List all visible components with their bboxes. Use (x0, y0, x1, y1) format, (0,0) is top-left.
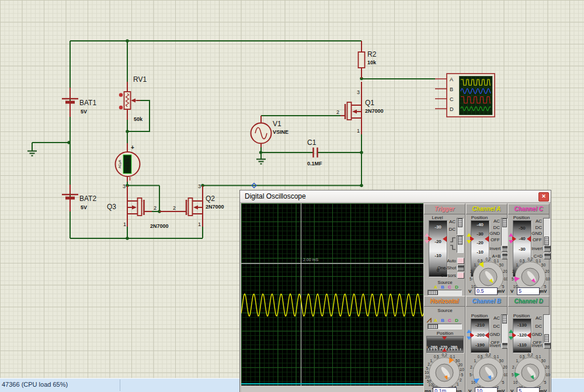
horizontal-source-A[interactable]: A (433, 318, 439, 323)
svg-text:0.5: 0.5 (478, 259, 483, 263)
channel-b-coupling-gnd: GND (484, 332, 500, 337)
svg-text:5: 5 (512, 373, 514, 377)
window-title-bar[interactable]: Digital Oscilloscope (240, 190, 551, 203)
svg-text:50: 50 (456, 359, 460, 363)
horizontal-value-box[interactable]: 0.1m (433, 387, 457, 392)
trigger-source-A[interactable]: A (433, 285, 439, 290)
svg-text:10: 10 (460, 367, 465, 372)
battery-bat1[interactable]: BAT1 5V (62, 88, 96, 117)
channel-d-coupling-slider-thumb[interactable] (544, 334, 549, 343)
drum-pointer-right (443, 236, 447, 242)
close-button[interactable]: ✕ (538, 192, 549, 202)
svg-text:0.5: 0.5 (520, 355, 525, 359)
svg-text:0.2: 0.2 (528, 257, 533, 261)
channel-d-coupling-gnd: GND (526, 332, 542, 337)
hdrum-pointer-top (442, 337, 447, 340)
svg-text:1: 1 (430, 359, 433, 363)
oscilloscope-component[interactable]: A B C D (435, 74, 495, 117)
channel-a-coupling-slider-thumb[interactable] (502, 218, 507, 227)
channel-a-button-label: Invert (466, 246, 500, 251)
svg-text:0.2: 0.2 (486, 257, 491, 261)
status-text: 47366 (CPU load 65%) (2, 381, 68, 388)
ground-symbol-v1[interactable] (256, 159, 266, 164)
channel-c-coupling-slider[interactable] (543, 218, 550, 246)
svg-text:2: 2 (470, 365, 472, 369)
bat2-ref-label: BAT2 (79, 195, 96, 203)
svg-text:0.5: 0.5 (520, 259, 525, 263)
horizontal-source-D[interactable]: D (454, 318, 460, 323)
channel-d-gain-knob[interactable]: 0.50.20.1125102050201052VmV (508, 355, 550, 392)
trigger-source-slider-thumb[interactable] (428, 290, 438, 295)
trigger-source-D[interactable]: D (454, 285, 460, 290)
trigger-title: Trigger (424, 204, 465, 214)
svg-text:10: 10 (513, 380, 518, 384)
position-down-arrow[interactable] (425, 240, 429, 244)
channel-b-coupling-slider-thumb[interactable] (502, 315, 507, 324)
trigger-coupling-slider[interactable] (457, 218, 464, 235)
window-bottom-strip (241, 386, 423, 392)
channel-d-coupling-slider[interactable] (543, 314, 550, 344)
q1-pin-3: 3 (357, 89, 360, 95)
position-up-arrow[interactable] (467, 329, 471, 333)
channel-c-unit-right: mV (540, 289, 547, 294)
svg-text:2: 2 (427, 362, 430, 366)
channel-b-value-box[interactable]: 10 (475, 387, 498, 392)
position-up-arrow[interactable] (467, 233, 471, 237)
scope-pin-d: D (450, 106, 454, 112)
horizontal-source-C[interactable]: C (447, 318, 453, 323)
horizontal-unit-right: µs (457, 388, 462, 392)
rv1-pin-dot (119, 93, 123, 96)
position-up-arrow[interactable] (509, 329, 513, 333)
position-down-arrow[interactable] (509, 337, 513, 340)
horizontal-source-slider[interactable] (427, 324, 462, 329)
trigger-button-cursors[interactable] (457, 272, 464, 279)
r2-ref-label: R2 (367, 50, 377, 58)
ground-symbol[interactable] (27, 151, 37, 156)
svg-text:5: 5 (461, 373, 463, 377)
trigger-source-C[interactable]: C (447, 285, 453, 290)
channel-d-unit-right: mV (540, 388, 547, 392)
horizontal-source-B[interactable]: B (440, 318, 446, 323)
scope-pin-b: B (450, 86, 453, 92)
channel-c-coupling-gnd: GND (526, 231, 542, 236)
position-down-arrow[interactable] (467, 240, 471, 244)
battery-bat2[interactable]: BAT2 5V (62, 185, 96, 211)
source-v1[interactable]: V1 VSINE (251, 116, 289, 147)
svg-text:50: 50 (499, 359, 504, 363)
channel-d-value-box[interactable]: 5 (517, 387, 540, 392)
trigger-edge-slider-thumb[interactable] (458, 236, 463, 245)
rv1-pin-dot (119, 106, 123, 109)
channel-c-button-label: C+D (508, 254, 543, 259)
position-down-arrow[interactable] (509, 240, 513, 244)
channel-d-unit-left: V (510, 388, 513, 392)
horizontal-timebase-knob[interactable]: 0.50.20.11251020501002005020105210.5msµs (424, 355, 466, 392)
channel-d-button-invert[interactable] (544, 342, 551, 349)
trigger-button-one-shot[interactable] (457, 265, 464, 271)
position-down-arrow[interactable] (467, 337, 471, 340)
position-up-arrow[interactable] (425, 233, 429, 237)
ammeter[interactable]: +251 ACµA + (116, 143, 140, 182)
trigger-source-B[interactable]: B (440, 285, 446, 290)
channel-a-coupling-ac: AC (484, 218, 500, 224)
mosfet-q1[interactable]: Q1 2N7000 3 2 1 (336, 82, 384, 134)
position-up-arrow[interactable] (509, 233, 513, 237)
channel-b-gain-knob[interactable]: 0.50.20.1125102050201052VmV (466, 355, 508, 392)
trigger-button-auto[interactable] (457, 258, 464, 264)
svg-text:2: 2 (512, 269, 515, 273)
channel-c-value-box[interactable]: 5 (517, 287, 540, 295)
resistor-r2[interactable]: R2 10k (359, 41, 377, 78)
trigger-source-slider[interactable] (427, 290, 462, 296)
svg-text:5: 5 (470, 373, 472, 377)
channel-c-button-invert[interactable] (544, 245, 551, 252)
ammeter-plus-label: + (131, 144, 134, 151)
trigger-coupling-slider-thumb[interactable] (458, 218, 463, 227)
channel-a-value-box[interactable]: 0.5 (475, 287, 498, 295)
potentiometer-rv1[interactable]: RV1 50k (119, 75, 147, 122)
q1-pin-1: 1 (357, 128, 360, 134)
mosfet-q2[interactable]: Q2 2N7000 3 2 1 (159, 183, 224, 227)
trigger-edge-slider[interactable] (457, 235, 464, 253)
horizontal-source-slider-thumb[interactable] (428, 324, 438, 329)
svg-text:20: 20 (425, 375, 430, 379)
q2-ref-label: Q2 (206, 195, 215, 203)
channel-c-coupling-slider-thumb[interactable] (544, 237, 549, 245)
